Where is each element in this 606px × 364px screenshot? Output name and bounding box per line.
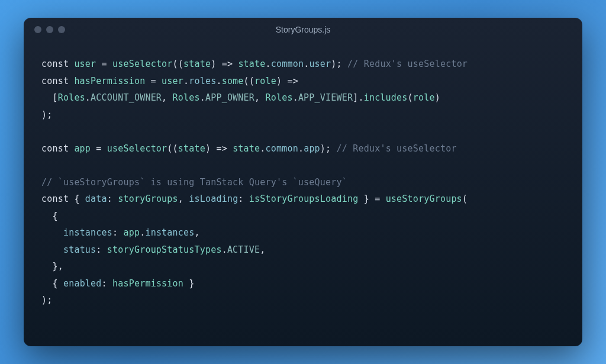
indent [41,227,63,238]
code-area: const user = useSelector((state) => stat… [24,41,582,323]
operator: = [375,194,385,204]
indent [41,278,52,289]
comma: , [254,92,265,103]
bracket: [ [52,92,57,103]
keyword-const: const [41,76,69,86]
dot: . [222,244,227,255]
operator: = [91,143,107,154]
semicolon: ); [320,143,331,154]
paren: ) [435,92,440,103]
key: status [63,244,96,255]
arrow: => [216,59,238,69]
paren: ( [462,194,468,204]
brace: { [69,194,85,204]
brace: { [52,211,57,221]
comma: , [195,227,200,238]
dot: . [85,92,91,103]
dot: . [183,76,189,86]
comment: // Redux's useSelector [331,143,456,154]
param: state [183,59,211,69]
operator: = [145,76,162,86]
dot: . [266,59,271,69]
identifier: Roles [173,92,200,103]
brace: { [52,278,63,289]
dot: . [216,76,221,86]
identifier: app [74,143,91,154]
indent [41,92,52,103]
brace: } [358,194,375,204]
dot: . [260,143,265,154]
identifier: hasPermission [74,76,145,86]
property: app [304,143,320,154]
paren: ) [205,143,211,154]
property: roles [189,76,216,86]
key: data [85,194,107,204]
brace: }, [52,261,63,272]
function-call: useSelector [112,59,173,69]
comment-line: // `useStoryGroups` is using TanStack Qu… [41,177,347,188]
method: some [222,76,244,86]
function-call: useStoryGroups [386,194,462,204]
param: state [178,143,205,154]
constant: ACCOUNT_OWNER [91,92,162,103]
dot: . [304,59,309,69]
function-call: useSelector [107,143,167,154]
identifier: Roles [266,92,293,103]
dot: . [358,92,363,103]
indent [41,244,63,255]
identifier: user [74,59,96,69]
arrow: => [282,76,298,86]
comma: , [162,92,172,103]
constant: APP_OWNER [205,92,254,103]
identifier: storyGroupStatusTypes [107,244,222,255]
paren: (( [173,59,183,69]
close-paren: ); [41,295,52,305]
identifier: state [233,143,260,154]
keyword-const: const [41,59,69,69]
zoom-icon[interactable] [58,26,65,33]
paren: (( [167,143,178,154]
window-title: StoryGroups.js [276,25,331,34]
operator: = [96,59,112,69]
key: enabled [63,278,102,289]
semicolon: ); [331,59,341,69]
paren: ) [276,76,282,86]
property: user [309,59,331,69]
comment: // Redux's useSelector [342,59,468,69]
traffic-lights [34,26,65,33]
param: role [254,76,276,86]
keyword-const: const [41,143,69,154]
arrow: => [211,143,233,154]
dot: . [293,92,298,103]
comma: , [260,244,265,255]
identifier: state [238,59,265,69]
constant: APP_VIEWER [298,92,353,103]
indent [41,211,52,221]
identifier: app [123,227,140,238]
property: instances [145,227,194,238]
colon: : [112,227,123,238]
identifier: Roles [58,92,85,103]
indent [41,261,52,272]
identifier: isStoryGroupsLoading [249,194,359,204]
colon: : [107,194,118,204]
keyword-const: const [41,194,69,204]
identifier: user [162,76,183,86]
method: includes [364,92,408,103]
key: instances [63,227,112,238]
colon: : [102,278,112,289]
identifier: hasPermission [112,278,183,289]
identifier: storyGroups [118,194,178,204]
key: isLoading [189,194,238,204]
colon: : [96,244,107,255]
constant: ACTIVE [227,244,260,255]
close-paren: ); [41,109,52,120]
close-icon[interactable] [34,26,41,33]
property: common [266,143,298,154]
dot: . [298,143,304,154]
paren: ( [408,92,413,103]
paren: (( [244,76,254,86]
titlebar: StoryGroups.js [24,18,582,41]
minimize-icon[interactable] [46,26,53,33]
brace: } [183,278,194,289]
